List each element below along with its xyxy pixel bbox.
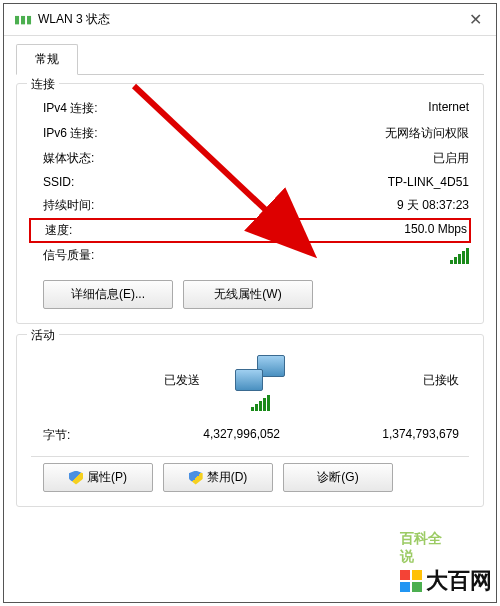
media-value: 已启用 [433,150,469,167]
row-speed: 速度: 150.0 Mbps [29,218,471,243]
connection-group: 连接 IPv4 连接: Internet IPv6 连接: 无网络访问权限 媒体… [16,83,484,324]
bytes-received: 1,374,793,679 [290,427,469,444]
disable-button-label: 禁用(D) [207,469,248,486]
activity-header: 已发送 已接收 [31,347,469,413]
row-ipv6: IPv6 连接: 无网络访问权限 [31,121,469,146]
signal-bars-icon [450,248,469,264]
activity-signal-icon [251,395,270,411]
connection-title: 连接 [27,76,59,93]
content: 常规 连接 IPv4 连接: Internet IPv6 连接: 无网络访问权限… [4,36,496,529]
watermark-logo-icon [400,570,422,592]
ipv6-label: IPv6 连接: [31,125,98,142]
media-label: 媒体状态: [31,150,94,167]
ipv4-value: Internet [428,100,469,117]
received-label: 已接收 [290,372,469,389]
wireless-properties-button[interactable]: 无线属性(W) [183,280,313,309]
watermark-hint: 百科全说 [400,530,452,566]
shield-icon [69,471,83,485]
sent-label: 已发送 [31,372,230,389]
ipv4-label: IPv4 连接: [31,100,98,117]
row-signal: 信号质量: [31,243,469,274]
properties-button[interactable]: 属性(P) [43,463,153,492]
activity-icon-cell [230,349,290,411]
row-media: 媒体状态: 已启用 [31,146,469,171]
tabs: 常规 [16,44,484,75]
separator [31,456,469,457]
row-ipv4: IPv4 连接: Internet [31,96,469,121]
activity-group: 活动 已发送 已接收 字节: [16,334,484,507]
duration-label: 持续时间: [31,197,94,214]
row-ssid: SSID: TP-LINK_4D51 [31,171,469,193]
row-duration: 持续时间: 9 天 08:37:23 [31,193,469,218]
diagnose-button-label: 诊断(G) [317,469,358,486]
bytes-row: 字节: 4,327,996,052 1,374,793,679 [31,413,469,450]
window: ▮▮▮ WLAN 3 状态 ✕ 常规 连接 IPv4 连接: Internet … [3,3,497,603]
diagnose-button[interactable]: 诊断(G) [283,463,393,492]
wifi-icon: ▮▮▮ [14,13,32,26]
disable-button[interactable]: 禁用(D) [163,463,273,492]
details-button[interactable]: 详细信息(E)... [43,280,173,309]
ssid-value: TP-LINK_4D51 [388,175,469,189]
network-monitors-icon [230,355,290,391]
shield-icon [189,471,203,485]
tab-general[interactable]: 常规 [16,44,78,75]
watermark-brand: 大百网 [426,566,492,596]
activity-title: 活动 [27,327,59,344]
speed-value: 150.0 Mbps [404,222,467,239]
speed-label: 速度: [33,222,72,239]
connection-buttons: 详细信息(E)... 无线属性(W) [31,280,469,309]
bytes-sent: 4,327,996,052 [111,427,290,444]
ipv6-value: 无网络访问权限 [385,125,469,142]
properties-button-label: 属性(P) [87,469,127,486]
bytes-label: 字节: [31,427,111,444]
close-button[interactable]: ✕ [465,10,486,29]
activity-buttons: 属性(P) 禁用(D) 诊断(G) [31,463,469,492]
watermark: 百科全说 大百网 [400,566,492,596]
signal-label: 信号质量: [31,247,94,264]
window-title: WLAN 3 状态 [38,11,465,28]
ssid-label: SSID: [31,175,74,189]
titlebar: ▮▮▮ WLAN 3 状态 ✕ [4,4,496,36]
duration-value: 9 天 08:37:23 [397,197,469,214]
